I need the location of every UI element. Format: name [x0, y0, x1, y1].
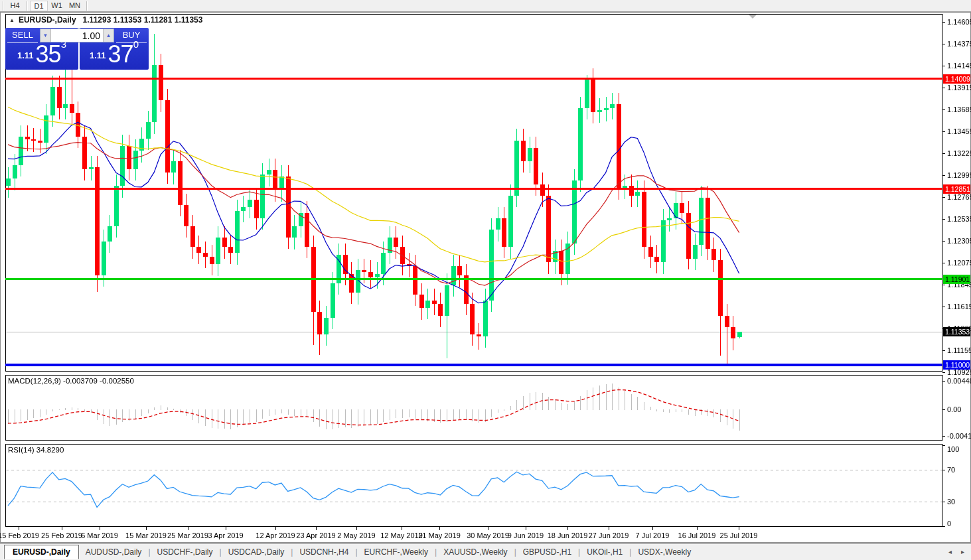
chart-tab-ukoil-h1[interactable]: UKOil-,H1: [580, 545, 629, 559]
chart-tab-usdx-weekly[interactable]: USDX-,Weekly: [631, 545, 698, 559]
rsi-indicator-label: RSI(14) 34.8290: [8, 446, 64, 454]
date-axis-label: 21 May 2019: [418, 531, 461, 539]
rsi-axis-label: 0: [947, 520, 951, 527]
price-axis-label: 1.13455: [947, 127, 971, 135]
price-axis-label: 1.12765: [947, 193, 971, 201]
date-axis-label: 25 Feb 2019: [41, 531, 82, 539]
date-axis-label: 27 Jun 2019: [589, 531, 629, 539]
chart-tab-eurchf-weekly[interactable]: EURCHF-,Weekly: [358, 545, 435, 559]
date-axis-label: 9 Jun 2019: [508, 531, 544, 539]
buy-price: 1.11370: [80, 38, 149, 68]
tab-scroll-left-icon[interactable]: ◂: [948, 548, 952, 555]
timeframe-button-mn[interactable]: MN: [66, 1, 84, 11]
rsi-axis-label: 30: [947, 498, 955, 506]
price-level-line-1.11901[interactable]: [5, 278, 942, 280]
price-axis-label: 1.13225: [947, 149, 971, 157]
sell-price: 1.11353: [5, 38, 78, 68]
chart-symbol-label: EURUSD-,Daily: [19, 15, 76, 25]
price-axis-label: 1.12535: [947, 215, 971, 223]
macd-axis-label: 0.004484: [947, 377, 971, 385]
price-axis-label: 1.13685: [947, 105, 971, 113]
price-axis-label: 1.11155: [947, 346, 971, 354]
date-axis-label: 15 Mar 2019: [125, 531, 167, 539]
date-axis-label: 30 May 2019: [467, 531, 509, 539]
price-axis-label: 1.12305: [947, 237, 971, 245]
price-axis-label: 1.14375: [947, 40, 971, 48]
price-level-line-1.11000[interactable]: [5, 364, 942, 366]
chart-tabs: EURUSD-,DailyAUDUSD-,Daily|USDCHF-,Daily…: [4, 545, 698, 559]
date-axis-label: 18 Jun 2019: [548, 531, 588, 539]
chart-tab-xauusd-weekly[interactable]: XAUUSD-,Weekly: [437, 545, 514, 559]
date-axis-label: 16 Jul 2019: [678, 531, 716, 539]
date-axis-label: 23 Apr 2019: [296, 531, 335, 539]
tab-scroll-controls: ◂ ▸: [948, 548, 964, 555]
price-axis-label: 1.13915: [947, 84, 971, 92]
chart-tab-bar: EURUSD-,DailyAUDUSD-,Daily|USDCHF-,Daily…: [0, 543, 971, 560]
chart-tab-usdchf-daily[interactable]: USDCHF-,Daily: [151, 545, 220, 559]
date-axis-label: 25 Jul 2019: [720, 531, 758, 539]
toolbar-separator: [27, 1, 27, 11]
volume-control: ▼ ▲: [40, 29, 114, 42]
price-axis-label: 1.14605: [947, 18, 971, 26]
date-axis-label: 15 Feb 2019: [0, 531, 39, 539]
timeframe-button-d1[interactable]: D1: [30, 1, 48, 11]
price-axis-label: 1.12995: [947, 171, 971, 179]
date-axis-label: 7 Jul 2019: [636, 531, 670, 539]
date-axis-label: 12 May 2019: [380, 531, 423, 539]
current-price-tag: 1.11353: [943, 327, 970, 336]
chart-tab-eurusd-daily[interactable]: EURUSD-,Daily: [4, 545, 79, 559]
volume-input[interactable]: [51, 29, 103, 42]
price-axis-label: 1.12075: [947, 259, 971, 267]
timeframe-button-w1[interactable]: W1: [48, 1, 66, 11]
spinner-up-icon: ▲: [106, 33, 112, 38]
chart-tab-gbpusd-h1[interactable]: GBPUSD-,H1: [516, 545, 578, 559]
volume-decrease-button[interactable]: ▼: [40, 29, 51, 42]
macd-indicator-label: MACD(12,26,9) -0.003709 -0.002550: [8, 377, 134, 385]
timeframe-button-h4[interactable]: H4: [6, 1, 24, 11]
rsi-axis-label: 100: [947, 445, 959, 453]
chart-tab-usdcad-daily[interactable]: USDCAD-,Daily: [222, 545, 291, 559]
toolbar-separator: [86, 1, 87, 11]
collapse-panel-icon[interactable]: ▲: [9, 17, 15, 23]
chart-tab-audusd-daily[interactable]: AUDUSD-,Daily: [79, 545, 149, 559]
chart-shift-marker-icon[interactable]: [749, 15, 757, 19]
terminal-window: H4D1W1MN ▲EURUSD-,Daily1.11293 1.11353 1…: [0, 0, 971, 560]
chart-ohlc-values: 1.11293 1.11353 1.11281 1.11353: [83, 15, 203, 25]
price-level-line-1.12851[interactable]: [5, 188, 942, 190]
price-level-line-1.14009[interactable]: [5, 78, 942, 80]
spinner-down-icon: ▼: [43, 33, 48, 38]
date-axis-label: 12 Apr 2019: [256, 531, 295, 539]
rsi-axis-label: 70: [947, 466, 955, 474]
price-level-tag: 1.12851: [943, 184, 970, 194]
price-axis-label: 1.14145: [947, 62, 971, 70]
macd-axis-label: -0.0041: [947, 432, 971, 440]
price-axis-label: 1.11615: [947, 303, 971, 311]
tab-scroll-right-icon[interactable]: ▸: [961, 548, 964, 555]
timeframe-toolbar: H4D1W1MN: [0, 0, 971, 12]
price-level-tag: 1.11000: [943, 360, 970, 370]
macd-axis-label: 0.00: [947, 405, 961, 413]
date-axis-label: 25 Mar 2019: [167, 531, 208, 539]
price-level-tag: 1.11901: [943, 275, 970, 284]
date-axis-label: 2 May 2019: [337, 531, 375, 539]
price-level-tag: 1.14009: [943, 74, 970, 84]
chart-title: ▲EURUSD-,Daily1.11293 1.11353 1.11281 1.…: [9, 15, 202, 25]
one-click-trading-panel: SELL 1.11353 BUY 1.11370 ▼ ▲: [5, 28, 149, 70]
date-axis-label: 3 Apr 2019: [208, 531, 243, 539]
chart-tab-usdcnh-h4[interactable]: USDCNH-,H4: [293, 545, 355, 559]
volume-increase-button[interactable]: ▲: [103, 29, 113, 42]
date-axis-label: 6 Mar 2019: [81, 531, 118, 539]
